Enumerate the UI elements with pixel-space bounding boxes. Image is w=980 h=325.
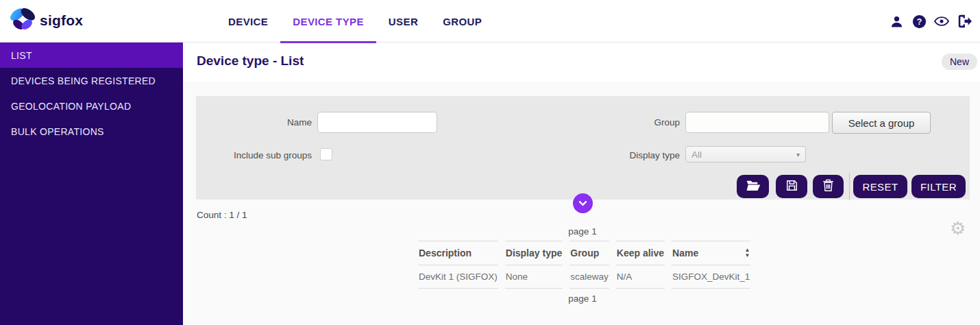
col-description: Description xyxy=(418,241,498,265)
sort-desc-icon[interactable]: ▼ xyxy=(744,253,750,258)
cell-display-type: None xyxy=(505,265,563,289)
cell-name-link[interactable]: SIGFOX_DevKit_1 xyxy=(672,265,750,289)
group-label: Group xyxy=(539,117,680,128)
include-sub-groups-label: Include sub groups xyxy=(196,150,312,160)
button-divider xyxy=(849,173,850,200)
result-count: Count : 1 / 1 xyxy=(197,210,247,220)
col-name: Name ▲ ▼ xyxy=(672,241,750,265)
select-a-group-button[interactable]: Select a group xyxy=(832,112,931,134)
table-row: DevKit 1 (SIGFOX) None scaleway N/A SIGF… xyxy=(418,265,750,289)
display-type-label: Display type xyxy=(539,150,680,160)
top-header: sigfox DEVICE DEVICE TYPE USER GROUP ? xyxy=(0,0,980,43)
col-display-type: Display type xyxy=(505,241,563,265)
filter-panel: Name Group Select a group Include sub gr… xyxy=(196,96,970,200)
sidebar-item-bulk-operations[interactable]: BULK OPERATIONS xyxy=(0,119,183,144)
results-table-area: page 1 Description Display type Group Ke… xyxy=(411,226,754,304)
pagination-bottom: page 1 xyxy=(411,293,754,304)
col-group: Group xyxy=(569,241,609,265)
name-input[interactable] xyxy=(317,112,437,133)
cell-group-link[interactable]: scaleway xyxy=(569,265,609,289)
sidebar: LIST DEVICES BEING REGISTERED GEOLOCATIO… xyxy=(0,43,183,325)
tab-device-type[interactable]: DEVICE TYPE xyxy=(280,0,376,43)
table-settings-gear-icon[interactable]: ⚙ xyxy=(950,219,966,237)
group-input[interactable] xyxy=(685,112,829,133)
include-sub-groups-checkbox[interactable] xyxy=(320,148,332,160)
eye-icon[interactable] xyxy=(934,14,949,29)
folder-open-icon xyxy=(746,180,761,193)
new-button[interactable]: New xyxy=(942,53,977,70)
header-icons: ? xyxy=(889,0,972,43)
help-icon[interactable]: ? xyxy=(911,14,927,29)
cell-keep-alive: N/A xyxy=(616,265,665,289)
svg-text:?: ? xyxy=(916,16,921,26)
sort-arrows: ▲ ▼ xyxy=(726,248,750,258)
collapse-filters-button[interactable] xyxy=(573,193,593,213)
chevron-down-icon xyxy=(578,197,587,206)
title-bar: Device type - List New xyxy=(183,43,980,82)
load-filter-button[interactable] xyxy=(737,175,769,198)
trash-icon xyxy=(822,179,834,194)
save-icon xyxy=(785,179,798,194)
save-filter-button[interactable] xyxy=(776,175,807,198)
user-profile-icon[interactable] xyxy=(889,14,904,29)
butterfly-logo-icon xyxy=(10,7,36,34)
device-type-table: Description Display type Group Keep aliv… xyxy=(411,241,757,289)
sidebar-item-devices-being-registered[interactable]: DEVICES BEING REGISTERED xyxy=(0,68,183,93)
filter-button[interactable]: FILTER xyxy=(911,175,966,198)
sidebar-item-list[interactable]: LIST xyxy=(0,43,183,68)
sigfox-logo[interactable]: sigfox xyxy=(10,7,83,34)
display-type-value: All xyxy=(691,149,702,160)
tab-user[interactable]: USER xyxy=(376,0,430,43)
brand-name: sigfox xyxy=(40,12,83,29)
col-keep-alive: Keep alive xyxy=(616,241,665,265)
select-caret-icon: ▾ xyxy=(796,151,800,158)
main-nav: DEVICE DEVICE TYPE USER GROUP xyxy=(216,0,494,43)
delete-filter-button[interactable] xyxy=(813,175,844,198)
page-title: Device type - List xyxy=(197,53,304,69)
cell-description: DevKit 1 (SIGFOX) xyxy=(418,265,498,289)
name-label: Name xyxy=(196,117,312,128)
display-type-select[interactable]: All ▾ xyxy=(685,146,806,162)
col-name-label: Name xyxy=(672,248,698,258)
reset-button[interactable]: RESET xyxy=(853,175,907,198)
sidebar-item-geolocation-payload[interactable]: GEOLOCATION PAYLOAD xyxy=(0,93,183,119)
logout-icon[interactable] xyxy=(957,14,972,29)
tab-group[interactable]: GROUP xyxy=(430,0,494,43)
pagination-top: page 1 xyxy=(411,226,754,237)
tab-device[interactable]: DEVICE xyxy=(216,0,280,43)
